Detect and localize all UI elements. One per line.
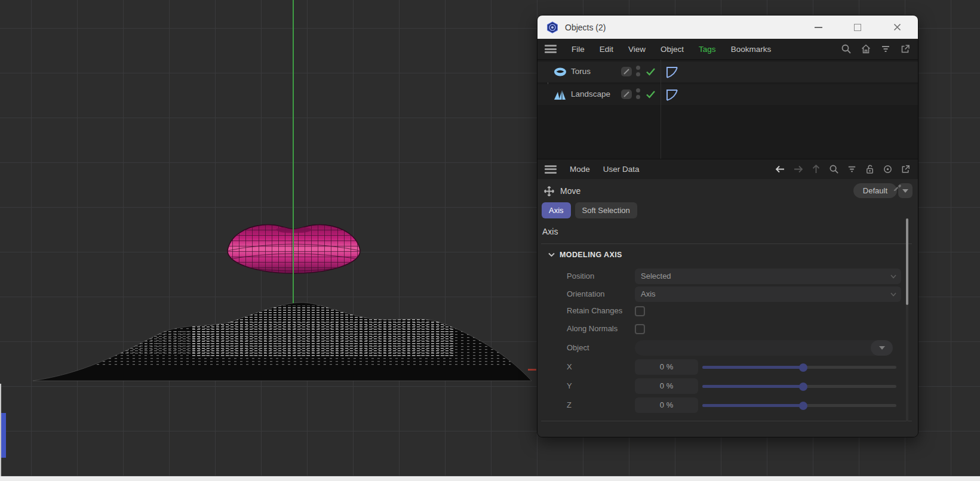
list-column-divider — [660, 60, 661, 159]
position-value: Selected — [641, 269, 671, 284]
chevron-down-icon — [890, 275, 896, 279]
enabled-check-icon[interactable] — [646, 90, 656, 99]
window-edge-line — [0, 384, 1, 476]
visibility-dots[interactable] — [636, 88, 640, 99]
slider-value-z[interactable]: 0 % — [635, 397, 698, 413]
field-label-position: Position — [567, 269, 632, 284]
y-axis-line — [293, 0, 294, 303]
chevron-down-icon — [879, 346, 885, 350]
slider-row-y: Y 0 % — [537, 378, 918, 394]
visibility-dots[interactable] — [636, 66, 640, 76]
open-external-icon[interactable] — [900, 44, 911, 54]
menu-view[interactable]: View — [628, 45, 646, 54]
scrollbar-thumb[interactable] — [906, 218, 908, 305]
edit-toggle[interactable] — [621, 67, 632, 76]
object-row-landscape[interactable]: Landscape — [537, 84, 918, 105]
slider-knob[interactable] — [799, 402, 807, 410]
enabled-check-icon[interactable] — [646, 67, 656, 76]
home-icon[interactable] — [861, 44, 871, 54]
eyedropper-icon[interactable] — [893, 181, 902, 191]
field-label-retain-changes: Retain Changes — [567, 303, 632, 319]
window-titlebar[interactable]: Objects (2) — [537, 16, 918, 39]
hamburger-menu-icon[interactable] — [545, 45, 557, 53]
filter-icon[interactable] — [880, 44, 891, 54]
unlock-icon[interactable] — [865, 164, 875, 174]
object-link-field[interactable] — [635, 340, 886, 356]
torus-object[interactable] — [226, 220, 361, 275]
phong-tag-icon[interactable] — [665, 65, 679, 79]
menu-bar: File Edit View Object Tags Bookmarks — [537, 39, 918, 60]
torus-icon — [553, 67, 567, 77]
menu-object[interactable]: Object — [660, 45, 684, 54]
slider-track-y[interactable] — [702, 385, 896, 388]
app-logo-icon — [546, 21, 559, 34]
object-list[interactable]: Torus — [537, 60, 918, 159]
preset-dropdown[interactable]: Default — [853, 183, 897, 198]
edit-toggle[interactable] — [621, 90, 632, 99]
section-heading: Axis — [542, 227, 558, 236]
move-tool-icon — [543, 186, 555, 197]
tab-soft-selection[interactable]: Soft Selection — [575, 202, 637, 218]
along-normals-checkbox[interactable] — [635, 324, 645, 334]
target-icon[interactable] — [883, 164, 893, 174]
chevron-down-icon — [548, 252, 555, 257]
orientation-select[interactable]: Axis — [635, 286, 901, 302]
slider-fill — [702, 366, 803, 369]
objects-window: Objects (2) File Edit View Object Tags B… — [537, 15, 918, 437]
search-icon[interactable] — [841, 44, 852, 54]
window-title: Objects (2) — [565, 23, 606, 32]
slider-knob[interactable] — [799, 363, 807, 372]
orientation-value: Axis — [641, 286, 656, 302]
object-name: Torus — [571, 67, 591, 76]
scrollbar[interactable] — [906, 218, 908, 421]
slider-row-x: X 0 % — [537, 359, 918, 375]
menu-user-data[interactable]: User Data — [603, 165, 640, 174]
field-label-orientation: Orientation — [567, 286, 632, 302]
slider-label-y: Y — [567, 378, 632, 394]
field-label-object: Object — [567, 340, 632, 356]
landscape-icon — [553, 90, 567, 100]
attribute-manager-header: Mode User Data — [537, 159, 918, 179]
slider-knob[interactable] — [799, 383, 807, 391]
x-axis-tick — [528, 369, 536, 371]
phong-tag-icon[interactable] — [665, 88, 679, 102]
slider-value-y[interactable]: 0 % — [635, 378, 698, 394]
slider-fill — [702, 385, 803, 388]
window-bottom-edge — [0, 476, 980, 481]
object-row-torus[interactable]: Torus — [537, 61, 918, 82]
slider-fill — [702, 404, 803, 407]
object-name: Landscape — [571, 90, 610, 98]
forward-icon[interactable] — [793, 164, 803, 174]
open-external-icon[interactable] — [901, 164, 911, 174]
viewport-blue-bar — [1, 413, 6, 458]
retain-changes-checkbox[interactable] — [635, 306, 645, 316]
group-modeling-axis[interactable]: MODELING AXIS — [548, 251, 622, 259]
group-title: MODELING AXIS — [560, 251, 622, 259]
slider-track-z[interactable] — [702, 404, 896, 407]
slider-track-x[interactable] — [702, 366, 896, 369]
pencil-icon — [623, 68, 630, 75]
object-dropdown-button[interactable] — [871, 340, 893, 356]
up-icon[interactable] — [811, 164, 821, 174]
menu-mode[interactable]: Mode — [570, 165, 590, 174]
tab-axis[interactable]: Axis — [542, 202, 571, 218]
back-icon[interactable] — [775, 164, 785, 174]
close-icon — [893, 23, 901, 31]
menu-file[interactable]: File — [572, 45, 585, 54]
pencil-icon — [623, 91, 630, 98]
hamburger-menu-icon[interactable] — [545, 165, 557, 174]
maximize-button[interactable] — [853, 23, 862, 32]
slider-value-x[interactable]: 0 % — [635, 359, 698, 375]
landscape-object[interactable] — [30, 297, 534, 384]
filter-icon[interactable] — [847, 164, 857, 174]
search-icon[interactable] — [829, 164, 839, 174]
menu-bookmarks[interactable]: Bookmarks — [731, 45, 772, 54]
preset-label: Default — [863, 186, 887, 195]
close-button[interactable] — [893, 23, 901, 32]
chevron-down-icon — [890, 292, 896, 297]
position-select[interactable]: Selected — [635, 269, 901, 284]
menu-edit[interactable]: Edit — [600, 45, 613, 54]
minimize-button[interactable] — [814, 23, 822, 32]
divider — [541, 243, 912, 244]
menu-tags[interactable]: Tags — [699, 45, 716, 54]
